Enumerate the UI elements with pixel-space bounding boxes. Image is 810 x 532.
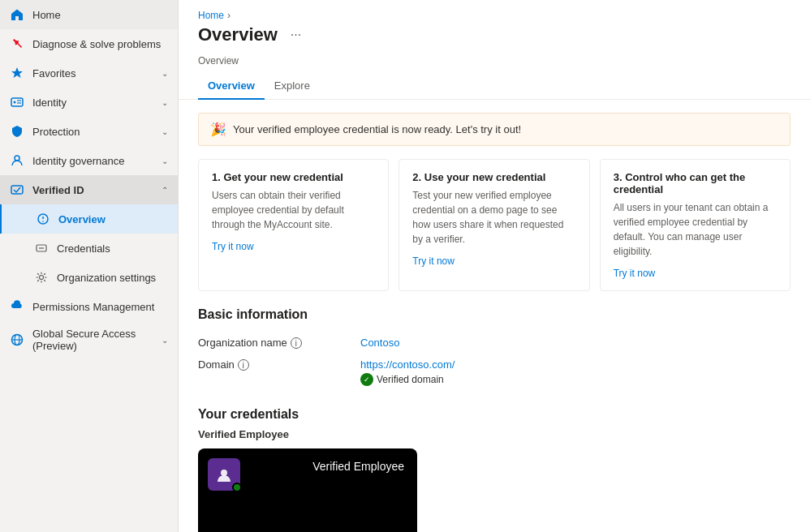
sidebar-item-verified-id-label: Verified ID [32,184,153,196]
domain-info-icon[interactable]: i [238,359,249,371]
sidebar-item-home-label: Home [32,9,168,21]
card-use-credential: 2. Use your new credential Test your new… [399,159,589,291]
governance-icon [10,153,24,168]
credential-card-label: Verified Employee [312,460,404,473]
home-icon [10,7,24,22]
wrench-icon [10,36,24,51]
overview-icon [36,212,50,226]
banner-text: Your verified employee credential is now… [233,123,521,135]
banner-icon: 🎉 [210,122,226,137]
credential-card-icon [208,458,240,491]
sidebar-item-credentials[interactable]: Credentials [0,234,178,263]
identity-governance-chevron-icon: ⌄ [162,157,168,165]
svg-rect-0 [11,98,23,106]
breadcrumb-home-link[interactable]: Home [198,10,224,21]
credentials-section: Your credentials Verified Employee Verif… [179,407,810,532]
sidebar-item-global-secure-label: Global Secure Access (Preview) [32,328,153,352]
card-2-title: 2. Use your new credential [412,171,575,183]
org-name-value[interactable]: Contoso [360,337,399,349]
verified-badge: ✓ Verified domain [360,373,455,386]
identity-icon [10,95,24,109]
card-2-link[interactable]: Try it now [412,255,455,267]
globe-icon [10,332,24,347]
green-dot-icon [232,483,242,492]
verified-id-icon [10,182,24,197]
main-content: Home › Overview ··· Overview Overview Ex… [179,0,810,532]
sidebar-item-diagnose-label: Diagnose & solve problems [32,38,168,50]
page-title: Overview [198,24,278,45]
basic-info-title: Basic information [179,307,810,332]
card-3-title: 3. Control who can get the credential [614,171,777,195]
tabs-container: Overview Explore [179,73,810,100]
org-name-info-icon[interactable]: i [291,337,302,349]
sidebar-item-favorites[interactable]: Favorites ⌄ [0,58,178,88]
card-1-link[interactable]: Try it now [212,241,254,252]
domain-value[interactable]: https://contoso.com/ [360,358,455,371]
org-name-label: Organization name i [198,337,360,349]
breadcrumb: Home › [179,0,810,21]
sidebar-item-permissions-label: Permissions Management [32,301,168,313]
star-icon [10,66,24,80]
svg-point-11 [40,276,44,280]
cards-container: 1. Get your new credential Users can obt… [198,159,791,291]
sidebar-item-identity-governance-label: Identity governance [32,155,153,167]
tab-overview[interactable]: Overview [198,73,265,100]
protection-chevron-icon: ⌄ [162,127,168,136]
sidebar-item-identity-governance[interactable]: Identity governance ⌄ [0,146,178,175]
info-row-domain: Domain i https://contoso.com/ ✓ Verified… [198,354,791,391]
domain-value-wrapper: https://contoso.com/ ✓ Verified domain [360,358,455,386]
credentials-subtitle: Verified Employee [198,428,791,440]
sidebar: Home Diagnose & solve problems Favorites… [0,0,179,532]
card-get-credential: 1. Get your new credential Users can obt… [198,159,389,291]
sidebar-item-identity-label: Identity [32,97,153,109]
svg-point-15 [221,470,227,476]
breadcrumb-separator: › [227,10,231,21]
sidebar-item-credentials-label: Credentials [57,242,168,255]
svg-point-1 [14,101,16,104]
sidebar-item-verified-id[interactable]: Verified ID ⌃ [0,175,178,204]
tab-explore[interactable]: Explore [265,73,320,100]
credential-card: Verified Employee Contoso [198,448,417,532]
credentials-icon [34,241,49,255]
cloud-icon [10,299,24,314]
verified-id-chevron-icon: ⌃ [162,186,168,195]
card-3-link[interactable]: Try it now [614,268,656,279]
card-2-desc: Test your new verified employee credenti… [412,188,575,247]
sidebar-item-permissions-mgmt[interactable]: Permissions Management [0,292,178,321]
credentials-section-title: Your credentials [198,407,791,428]
ellipsis-button[interactable]: ··· [286,26,306,44]
domain-label: Domain i [198,358,360,371]
sidebar-item-org-settings-label: Organization settings [57,272,168,284]
identity-chevron-icon: ⌄ [162,98,168,107]
card-control-credential: 3. Control who can get the credential Al… [600,159,791,291]
sidebar-item-identity[interactable]: Identity ⌄ [0,88,178,117]
sidebar-item-overview[interactable]: Overview [0,204,178,234]
global-secure-chevron-icon: ⌄ [162,336,168,345]
sidebar-item-favorites-label: Favorites [32,67,153,79]
card-1-title: 1. Get your new credential [212,171,375,183]
card-3-desc: All users in your tenant can obtain a ve… [614,200,777,259]
sidebar-item-org-settings[interactable]: Organization settings [0,263,178,292]
card-1-desc: Users can obtain their verified employee… [212,188,375,232]
shield-icon [10,124,24,139]
favorites-chevron-icon: ⌄ [162,69,168,78]
svg-rect-5 [11,186,23,194]
banner: 🎉 Your verified employee credential is n… [198,113,791,146]
info-table: Organization name i Contoso Domain i htt… [198,332,791,391]
svg-point-4 [15,156,19,161]
sidebar-item-home[interactable]: Home [0,0,178,29]
info-row-org-name: Organization name i Contoso [198,332,791,354]
sidebar-item-protection[interactable]: Protection ⌄ [0,117,178,146]
page-subtitle: Overview [179,55,810,73]
svg-point-8 [42,221,44,222]
org-settings-icon [34,270,49,285]
sidebar-item-protection-label: Protection [32,126,153,138]
sidebar-item-global-secure[interactable]: Global Secure Access (Preview) ⌄ [0,321,178,358]
page-header: Overview ··· [179,21,810,55]
check-circle-icon: ✓ [360,373,373,386]
verified-text: Verified domain [377,374,444,385]
sidebar-item-diagnose[interactable]: Diagnose & solve problems [0,29,178,58]
sidebar-item-overview-label: Overview [58,213,168,225]
